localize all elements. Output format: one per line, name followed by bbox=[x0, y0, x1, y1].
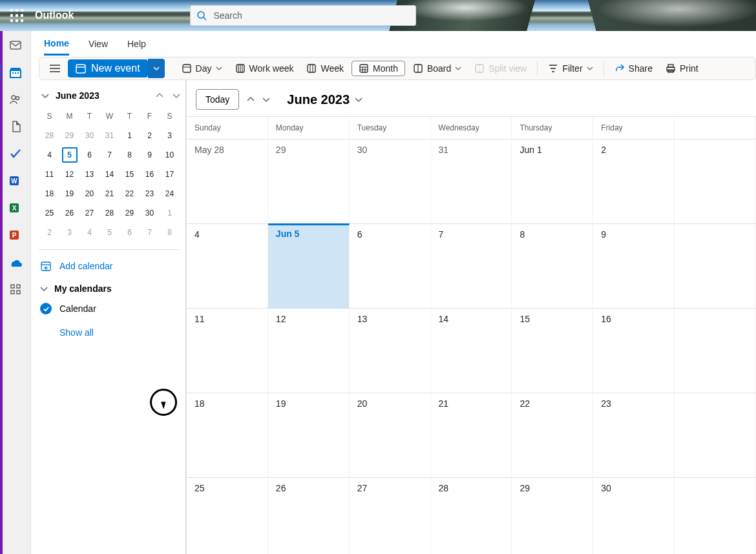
minical-next-icon[interactable] bbox=[173, 92, 180, 99]
minical-day[interactable]: 21 bbox=[100, 185, 119, 203]
calendar-cell[interactable]: 26 bbox=[268, 477, 350, 554]
minical-day[interactable]: 2 bbox=[40, 223, 59, 241]
more-apps-icon[interactable] bbox=[8, 282, 23, 297]
minical-day[interactable]: 16 bbox=[140, 165, 159, 183]
calendar-cell[interactable] bbox=[675, 139, 756, 223]
minical-day[interactable]: 11 bbox=[40, 165, 59, 183]
view-week-button[interactable]: Week bbox=[301, 61, 349, 76]
minical-day[interactable]: 9 bbox=[140, 146, 159, 164]
minical-day[interactable]: 23 bbox=[140, 185, 159, 203]
my-calendars-header[interactable]: My calendars bbox=[39, 276, 180, 298]
minical-day[interactable]: 13 bbox=[80, 165, 99, 183]
calendar-cell[interactable]: May 28 bbox=[187, 139, 268, 223]
minical-day[interactable]: 5 bbox=[100, 223, 119, 241]
add-calendar-button[interactable]: Add calendar bbox=[39, 256, 180, 276]
calendar-cell[interactable]: 13 bbox=[350, 308, 431, 393]
minical-day[interactable]: 8 bbox=[120, 146, 139, 164]
today-button[interactable]: Today bbox=[196, 89, 239, 110]
calendar-cell[interactable]: 14 bbox=[431, 308, 512, 393]
onedrive-icon[interactable] bbox=[8, 254, 23, 270]
minical-prev-icon[interactable] bbox=[156, 92, 163, 99]
calendar-cell[interactable] bbox=[675, 223, 756, 308]
calendar-cell[interactable]: 20 bbox=[350, 393, 431, 477]
minical-day[interactable]: 5 bbox=[60, 146, 79, 164]
calendar-cell[interactable] bbox=[675, 477, 756, 554]
calendar-cell[interactable]: 19 bbox=[268, 393, 350, 477]
minical-day[interactable]: 29 bbox=[60, 127, 79, 145]
minical-day[interactable]: 22 bbox=[120, 185, 139, 203]
todo-icon[interactable] bbox=[8, 146, 23, 161]
minical-day[interactable]: 26 bbox=[60, 204, 79, 222]
minical-day[interactable]: 4 bbox=[40, 146, 59, 164]
minical-day[interactable]: 25 bbox=[40, 204, 59, 222]
minical-day[interactable]: 29 bbox=[120, 204, 139, 222]
minical-day[interactable]: 6 bbox=[120, 223, 139, 241]
minical-day[interactable]: 3 bbox=[60, 223, 79, 241]
excel-icon[interactable]: X bbox=[8, 200, 23, 216]
calendar-item[interactable]: Calendar bbox=[39, 298, 180, 320]
calendar-icon[interactable] bbox=[8, 65, 23, 80]
period-selector[interactable]: June 2023 bbox=[287, 92, 362, 107]
minical-day[interactable]: 24 bbox=[160, 185, 179, 203]
people-icon[interactable] bbox=[8, 92, 23, 107]
calendar-cell[interactable]: 27 bbox=[350, 477, 431, 554]
minical-day[interactable]: 1 bbox=[160, 204, 179, 222]
new-event-button[interactable]: New event bbox=[68, 59, 148, 77]
minical-day[interactable]: 20 bbox=[80, 185, 99, 203]
show-all-link[interactable]: Show all bbox=[39, 320, 180, 338]
minical-day[interactable]: 31 bbox=[100, 127, 119, 145]
calendar-checkbox[interactable] bbox=[40, 303, 52, 314]
minical-day[interactable]: 30 bbox=[80, 127, 99, 145]
filter-button[interactable]: Filter bbox=[543, 61, 598, 76]
calendar-cell[interactable]: 16 bbox=[593, 308, 675, 393]
minical-day[interactable]: 7 bbox=[140, 223, 159, 241]
minical-day[interactable]: 8 bbox=[160, 223, 179, 241]
print-button[interactable]: Print bbox=[660, 61, 704, 76]
powerpoint-icon[interactable]: P bbox=[8, 227, 23, 243]
word-icon[interactable]: W bbox=[8, 173, 23, 189]
minical-day[interactable]: 2 bbox=[140, 127, 159, 145]
collapse-minical-icon[interactable] bbox=[41, 92, 49, 99]
minical-day[interactable]: 27 bbox=[80, 204, 99, 222]
calendar-cell[interactable]: 12 bbox=[268, 308, 350, 393]
calendar-cell[interactable]: 22 bbox=[512, 393, 593, 477]
calendar-cell[interactable] bbox=[675, 393, 756, 477]
new-event-dropdown[interactable] bbox=[148, 59, 165, 78]
calendar-cell[interactable]: 18 bbox=[187, 393, 268, 477]
share-button[interactable]: Share bbox=[609, 61, 658, 76]
calendar-cell[interactable]: 2 bbox=[593, 139, 675, 223]
tab-view[interactable]: View bbox=[89, 34, 108, 54]
tab-help[interactable]: Help bbox=[127, 34, 146, 54]
calendar-cell[interactable]: 8 bbox=[512, 223, 593, 308]
minical-day[interactable]: 1 bbox=[120, 127, 139, 145]
tab-home[interactable]: Home bbox=[44, 33, 69, 56]
minical-day[interactable]: 12 bbox=[60, 165, 79, 183]
calendar-cell[interactable]: 15 bbox=[512, 308, 593, 393]
calendar-cell[interactable]: 29 bbox=[512, 477, 593, 554]
calendar-cell[interactable]: 30 bbox=[593, 477, 675, 554]
calendar-cell[interactable]: 4 bbox=[187, 223, 268, 308]
files-icon[interactable] bbox=[8, 119, 23, 134]
calendar-cell[interactable]: 9 bbox=[593, 223, 675, 308]
calendar-cell[interactable]: 7 bbox=[431, 223, 512, 308]
minical-day[interactable]: 28 bbox=[100, 204, 119, 222]
calendar-cell[interactable]: 28 bbox=[431, 477, 512, 554]
calendar-cell[interactable]: 29 bbox=[268, 139, 350, 223]
calendar-cell[interactable]: Jun 1 bbox=[512, 139, 593, 223]
calendar-cell[interactable] bbox=[675, 308, 756, 393]
minical-day[interactable]: 7 bbox=[100, 146, 119, 164]
app-launcher-icon[interactable] bbox=[6, 5, 27, 26]
minical-day[interactable]: 4 bbox=[80, 223, 99, 241]
calendar-cell[interactable]: 23 bbox=[593, 393, 675, 477]
view-workweek-button[interactable]: Work week bbox=[230, 61, 299, 76]
minical-day[interactable]: 3 bbox=[160, 127, 179, 145]
toggle-sidebar-button[interactable] bbox=[45, 61, 65, 76]
search-input[interactable] bbox=[213, 10, 410, 21]
minical-day[interactable]: 15 bbox=[120, 165, 139, 183]
search-box[interactable] bbox=[190, 5, 416, 26]
minical-day[interactable]: 14 bbox=[100, 165, 119, 183]
view-day-button[interactable]: Day bbox=[176, 61, 227, 76]
minical-day[interactable]: 18 bbox=[40, 185, 59, 203]
calendar-cell[interactable]: 25 bbox=[187, 477, 268, 554]
mail-icon[interactable] bbox=[8, 37, 23, 53]
